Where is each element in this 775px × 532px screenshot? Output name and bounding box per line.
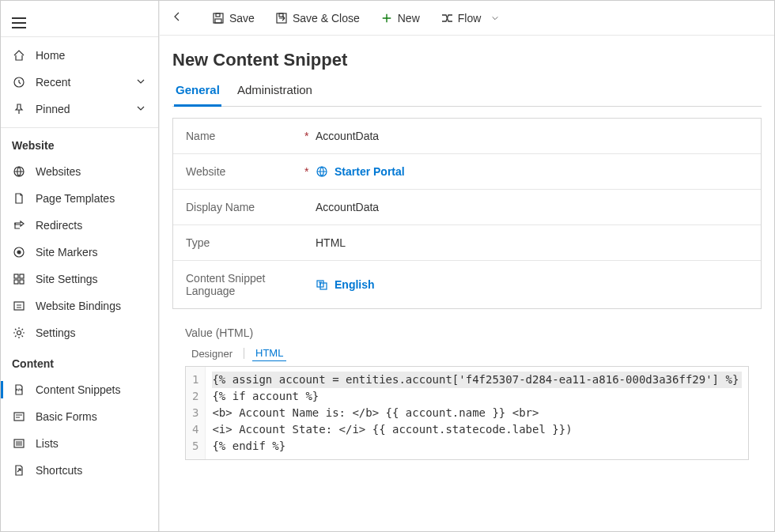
required-indicator: *	[304, 165, 316, 178]
form-section: Name * AccountDataWebsite * Starter Port…	[172, 118, 762, 309]
code-body[interactable]: {% assign account = entities.account['f4…	[206, 367, 748, 459]
editor-tabs: DesignerHTML	[185, 342, 749, 366]
field-label: Website	[186, 165, 304, 178]
sidebar-item-basic-forms[interactable]: Basic Forms	[1, 403, 158, 430]
separator	[244, 348, 244, 359]
field-label: Content Snippet Language	[186, 272, 304, 297]
home-icon	[12, 48, 26, 62]
nav-label: Home	[36, 49, 147, 62]
section-header: Content	[1, 346, 158, 376]
field-value[interactable]: AccountData	[316, 201, 748, 213]
sidebar-item-label: Shortcuts	[36, 464, 147, 477]
lang-icon	[316, 278, 328, 291]
snippet-icon	[12, 383, 26, 397]
editor-tab-html[interactable]: HTML	[252, 345, 286, 361]
required-indicator: *	[304, 130, 316, 142]
save-button[interactable]: Save	[209, 9, 258, 28]
save-close-button[interactable]: Save & Close	[272, 9, 363, 28]
sidebar: Home Recent Pinned Website Websites Page…	[1, 1, 159, 531]
bindings-icon	[12, 299, 26, 313]
svg-point-3	[17, 251, 21, 254]
sidebar-item-settings[interactable]: Settings	[1, 319, 158, 346]
field-website[interactable]: Website * Starter Portal	[173, 154, 761, 190]
flow-button[interactable]: Flow	[437, 9, 505, 28]
line-gutter: 12345	[186, 367, 206, 459]
pin-icon	[12, 102, 26, 116]
nav-label: Pinned	[36, 103, 127, 115]
svg-rect-6	[14, 280, 18, 284]
sidebar-item-label: Redirects	[36, 219, 147, 232]
flow-label: Flow	[458, 12, 482, 25]
nav-recent[interactable]: Recent	[1, 69, 158, 96]
hamburger-menu-button[interactable]	[12, 17, 26, 28]
field-label: Display Name	[186, 201, 304, 213]
list-icon	[12, 436, 26, 451]
code-editor[interactable]: 12345 {% assign account = entities.accou…	[185, 366, 749, 460]
field-type[interactable]: Type HTML	[173, 225, 761, 261]
code-line[interactable]: {% endif %}	[212, 438, 742, 455]
sidebar-item-site-settings[interactable]: Site Settings	[1, 266, 158, 292]
sidebar-item-site-markers[interactable]: Site Markers	[1, 239, 158, 266]
editor-tab-designer[interactable]: Designer	[188, 346, 236, 361]
tab-general[interactable]: General	[174, 78, 221, 107]
field-value[interactable]: Starter Portal	[316, 165, 748, 178]
page-title: New Content Snippet	[172, 43, 762, 78]
section-header: Website	[1, 128, 158, 158]
nav-pinned[interactable]: Pinned	[1, 96, 158, 123]
sidebar-item-label: Content Snippets	[36, 383, 147, 396]
nav-home[interactable]: Home	[1, 42, 158, 69]
code-line[interactable]: {% assign account = entities.account['f4…	[212, 372, 742, 388]
save-icon	[212, 12, 225, 25]
code-line[interactable]: <b> Account Name is: </b> {{ account.nam…	[212, 405, 742, 421]
value-section: Value (HTML) DesignerHTML 12345 {% assig…	[172, 326, 762, 460]
globe-icon	[316, 165, 328, 178]
sidebar-item-lists[interactable]: Lists	[1, 430, 158, 457]
sidebar-item-label: Page Templates	[36, 192, 147, 205]
code-line[interactable]: <i> Account State: </i> {{ account.state…	[212, 421, 742, 438]
sidebar-item-websites[interactable]: Websites	[1, 158, 158, 185]
sidebar-item-content-snippets[interactable]: Content Snippets	[1, 376, 158, 403]
svg-rect-13	[216, 13, 220, 17]
nav-label: Recent	[36, 76, 127, 89]
code-line[interactable]: {% if account %}	[212, 388, 742, 405]
field-name[interactable]: Name * AccountData	[173, 119, 761, 154]
tab-administration[interactable]: Administration	[236, 78, 314, 106]
field-value[interactable]: English	[316, 278, 748, 291]
svg-rect-5	[20, 274, 24, 278]
page-tabs: GeneralAdministration	[172, 78, 762, 107]
gear-icon	[12, 326, 26, 340]
field-display-name[interactable]: Display Name AccountData	[173, 190, 761, 225]
sidebar-item-website-bindings[interactable]: Website Bindings	[1, 292, 158, 319]
command-bar: Save Save & Close New Flow	[160, 1, 774, 36]
svg-rect-4	[14, 274, 18, 278]
svg-rect-7	[20, 280, 24, 284]
svg-rect-8	[14, 302, 24, 310]
back-button[interactable]	[171, 10, 187, 26]
sidebar-item-shortcuts[interactable]: Shortcuts	[1, 457, 158, 484]
redirect-icon	[12, 218, 26, 232]
globe-icon	[12, 164, 26, 179]
svg-rect-14	[215, 19, 221, 23]
sidebar-item-label: Website Bindings	[36, 300, 147, 312]
sidebar-item-label: Websites	[36, 165, 147, 178]
value-label: Value (HTML)	[185, 326, 749, 342]
sidebar-item-label: Basic Forms	[36, 410, 147, 423]
form-icon	[12, 409, 26, 424]
svg-rect-10	[14, 413, 24, 421]
new-button[interactable]: New	[377, 9, 423, 28]
chevron-down-icon	[489, 12, 501, 25]
chevron-down-icon	[136, 104, 147, 115]
marker-icon	[12, 245, 26, 259]
flow-icon	[440, 12, 453, 25]
chevron-down-icon	[136, 77, 147, 88]
sidebar-item-page-templates[interactable]: Page Templates	[1, 185, 158, 212]
sidebar-item-label: Lists	[36, 437, 147, 450]
field-value[interactable]: HTML	[316, 236, 748, 249]
shortcut-icon	[12, 463, 26, 477]
field-label: Name	[186, 130, 304, 142]
sidebar-item-redirects[interactable]: Redirects	[1, 212, 158, 239]
field-value[interactable]: AccountData	[316, 130, 748, 142]
sidebar-item-label: Settings	[36, 326, 147, 339]
field-content-snippet-language[interactable]: Content Snippet Language English	[173, 261, 761, 308]
plus-icon	[380, 12, 393, 25]
